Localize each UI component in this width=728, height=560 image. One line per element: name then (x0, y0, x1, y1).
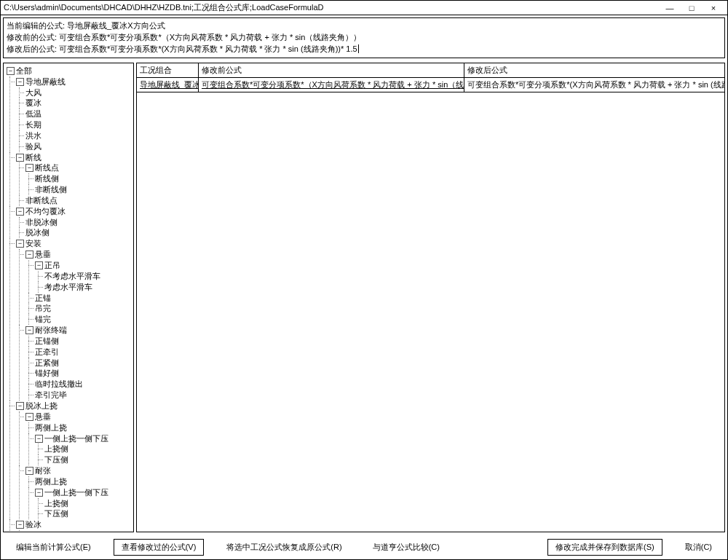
cell-case[interactable]: 导地屏蔽线_覆冰… (137, 77, 199, 92)
tree-leaf-changqi[interactable]: 长期 (25, 119, 132, 130)
window-title: C:\Users\admin\Documents\DHCAD\DHHZ\HZDB… (4, 2, 659, 13)
tree-leaf-fubing[interactable]: 覆冰 (25, 98, 132, 109)
table-row[interactable]: 导地屏蔽线_覆冰… 可变组合系数*可变分项系数*（X方向风荷系数 * 风力荷载 … (137, 77, 725, 92)
after-formula-value: 可变组合系数*可变分项系数*(X方向风荷系数 * 风力荷载 * 张力 * sin… (57, 44, 357, 53)
tree-leaf-zhengqianyin[interactable]: 正牵引 (35, 347, 132, 358)
tree-node-yansuanbjy[interactable]: −验算不均匀覆冰 非脱冰侧 脱冰侧 (25, 530, 132, 532)
tree-leaf-feiduanxiandian[interactable]: 非断线点 (25, 195, 132, 206)
current-formula-value: 导地屏蔽线_覆冰X方向公式 (65, 21, 165, 30)
tree-leaf-duanxiance[interactable]: 断线侧 (35, 173, 132, 184)
tree-leaf-qianyinwanbi[interactable]: 牵引完毕 (35, 390, 132, 401)
tree-node-anzhuang[interactable]: −安装 −悬垂 −正吊 不考虑水平滑车 考虑水平滑车 (16, 238, 132, 401)
tree-leaf-nz-shangnaoce[interactable]: 上挠侧 (44, 498, 132, 509)
tree-root[interactable]: −全部 −导地屏蔽线 大风 覆冰 低温 长期 洪水 验风 (7, 66, 132, 532)
app-window: C:\Users\admin\Documents\DHCAD\DHHZ\HZDB… (0, 0, 728, 560)
tree-toggle-icon[interactable]: − (16, 78, 24, 86)
tree-node-duanxian[interactable]: −断线 −断线点 断线侧 非断线侧 非断线点 (16, 152, 132, 206)
tree-leaf-xiayace[interactable]: 下压侧 (44, 454, 132, 465)
titlebar: C:\Users\admin\Documents\DHCAD\DHHZ\HZDB… (1, 1, 727, 15)
tree-toggle-icon[interactable]: − (16, 154, 24, 162)
window-controls: — □ × (659, 3, 724, 13)
current-formula-label: 当前编辑的公式: (7, 21, 65, 30)
tree-leaf-linshi[interactable]: 临时拉线撤出 (35, 379, 132, 390)
cell-before[interactable]: 可变组合系数*可变分项系数*（X方向风荷系数 * 风力荷载 + 张力 * sin… (199, 77, 464, 92)
tree-leaf-yanfeng[interactable]: 验风 (25, 141, 132, 152)
formula-table[interactable]: 工况组合 修改前公式 修改后公式 导地屏蔽线_覆冰… 可变组合系数*可变分项系数… (136, 63, 725, 92)
tree-leaf-tuobingce[interactable]: 脱冰侧 (25, 227, 132, 238)
button-bar: 编辑当前计算公式(E) 查看修改过的公式(V) 将选中工况公式恢复成原公式(R)… (1, 535, 727, 559)
formula-info-panel: 当前编辑的公式: 导地屏蔽线_覆冰X方向公式 修改前的公式: 可变组合系数*可变… (3, 17, 725, 58)
tree-node-yiceshangnao[interactable]: −一侧上挠一侧下压 上挠侧 下压侧 (35, 433, 132, 466)
tree-leaf-hongshui[interactable]: 洪水 (25, 130, 132, 141)
tree-node-tb-xuanchui[interactable]: −悬垂 两侧上挠 −一侧上挠一侧下压 上挠侧 下压侧 (25, 411, 132, 465)
tree-toggle-icon[interactable]: − (25, 413, 33, 421)
restore-formula-button[interactable]: 将选中工况公式恢复成原公式(R) (218, 539, 349, 556)
tree-toggle-icon[interactable]: − (7, 67, 15, 75)
tree-node-nz-yice[interactable]: −一侧上挠一侧下压 上挠侧 下压侧 (35, 487, 132, 520)
minimize-button[interactable]: — (659, 3, 681, 13)
after-formula-row[interactable]: 修改后的公式: 可变组合系数*可变分项系数*(X方向风荷系数 * 风力荷载 * … (7, 44, 721, 55)
tree-leaf-shangnaoce[interactable]: 上挠侧 (44, 443, 132, 454)
tree-leaf-maowan[interactable]: 锚完 (35, 314, 132, 325)
tree-node-zhengdiao[interactable]: −正吊 不考虑水平滑车 考虑水平滑车 (35, 260, 132, 293)
tree-toggle-icon[interactable]: − (16, 240, 24, 248)
compare-button[interactable]: 与道亨公式比较(C) (365, 539, 448, 556)
tree-toggle-icon[interactable]: − (25, 164, 33, 172)
tree-node-naizhang[interactable]: −耐张终端 正锚侧 正牵引 正紧侧 锚好侧 临时拉线撤出 牵引完毕 (25, 325, 132, 401)
tree-leaf-zhengmaoce[interactable]: 正锚侧 (35, 336, 132, 347)
tree-leaf-kaolv[interactable]: 考虑水平滑车 (44, 282, 132, 293)
tree-toggle-icon[interactable]: − (16, 402, 24, 410)
tree-toggle-icon[interactable]: − (25, 532, 33, 532)
table-empty-area (136, 92, 725, 532)
tree-node-xuanchui[interactable]: −悬垂 −正吊 不考虑水平滑车 考虑水平滑车 正锚 (25, 249, 132, 325)
before-formula-label: 修改前的公式: (7, 33, 57, 42)
close-button[interactable]: × (703, 3, 724, 13)
tree-leaf-feiduanxiance[interactable]: 非断线侧 (35, 184, 132, 195)
tree-leaf-zhengjince[interactable]: 正紧侧 (35, 358, 132, 368)
edit-formula-button[interactable]: 编辑当前计算公式(E) (8, 539, 99, 556)
tree-node-tb-naizhang[interactable]: −耐张 两侧上挠 −一侧上挠一侧下压 上挠侧 下压侧 (25, 465, 132, 519)
tree-node-yanbing[interactable]: −验冰 −验算不均匀覆冰 非脱冰侧 脱冰侧 验算覆冰 验算1 (16, 519, 132, 532)
content-pane: 工况组合 修改前公式 修改后公式 导地屏蔽线_覆冰… 可变组合系数*可变分项系数… (136, 63, 725, 532)
tree-leaf-bukaolv[interactable]: 不考虑水平滑车 (44, 271, 132, 282)
tree-toggle-icon[interactable]: − (25, 251, 33, 259)
col-header-after[interactable]: 修改后公式 (464, 63, 725, 77)
tree-toggle-icon[interactable]: − (16, 208, 24, 216)
table-header-row: 工况组合 修改前公式 修改后公式 (137, 63, 725, 77)
tree-toggle-icon[interactable]: − (35, 261, 43, 269)
tree-pane[interactable]: −全部 −导地屏蔽线 大风 覆冰 低温 长期 洪水 验风 (3, 63, 134, 532)
view-modified-button[interactable]: 查看修改过的公式(V) (114, 539, 205, 556)
tree-leaf-liangceshangnao[interactable]: 两侧上挠 (35, 422, 132, 433)
tree-toggle-icon[interactable]: − (35, 489, 43, 497)
tree-toggle-icon[interactable]: − (25, 467, 33, 475)
col-header-before[interactable]: 修改前公式 (199, 63, 464, 77)
tree-leaf-nz-xiayace[interactable]: 下压侧 (44, 508, 132, 519)
tree-leaf-diwen[interactable]: 低温 (25, 109, 132, 119)
tree-leaf-diaowan[interactable]: 吊完 (35, 303, 132, 314)
tree-toggle-icon[interactable]: − (35, 435, 43, 443)
tree-leaf-nz-liangce[interactable]: 两侧上挠 (35, 476, 132, 487)
save-button[interactable]: 修改完成并保存到数据库(S) (547, 539, 662, 556)
text-cursor (358, 44, 359, 53)
tree-node-duanxiandian[interactable]: −断线点 断线侧 非断线侧 (25, 162, 132, 195)
tree-node-shield-line[interactable]: −导地屏蔽线 大风 覆冰 低温 长期 洪水 验风 (16, 76, 132, 152)
col-header-case[interactable]: 工况组合 (137, 63, 199, 77)
before-formula-row: 修改前的公式: 可变组合系数*可变分项系数*（X方向风荷系数 * 风力荷载 + … (7, 32, 721, 44)
tree-toggle-icon[interactable]: − (25, 326, 33, 334)
tree-leaf-feituobingce[interactable]: 非脱冰侧 (25, 217, 132, 228)
tree-node-bujunyunfubing[interactable]: −不均匀覆冰 非脱冰侧 脱冰侧 (16, 206, 132, 239)
maximize-button[interactable]: □ (681, 3, 703, 13)
main-area: −全部 −导地屏蔽线 大风 覆冰 低温 长期 洪水 验风 (1, 60, 727, 535)
tree-leaf-maohaoce[interactable]: 锚好侧 (35, 368, 132, 379)
tree-node-tuobing[interactable]: −脱冰上挠 −悬垂 两侧上挠 −一侧上挠一侧下压 上挠侧 下压侧 (16, 401, 132, 519)
after-formula-label: 修改后的公式: (7, 44, 57, 53)
tree-leaf-dafeng[interactable]: 大风 (25, 87, 132, 98)
before-formula-value: 可变组合系数*可变分项系数*（X方向风荷系数 * 风力荷载 + 张力 * sin… (57, 33, 361, 42)
tree-leaf-zhengmao[interactable]: 正锚 (35, 293, 132, 304)
tree-toggle-icon[interactable]: − (16, 521, 24, 529)
cancel-button[interactable]: 取消(C) (677, 539, 720, 556)
current-formula-row: 当前编辑的公式: 导地屏蔽线_覆冰X方向公式 (7, 20, 721, 32)
cell-after[interactable]: 可变组合系数*可变分项系数*(X方向风荷系数 * 风力荷载 + 张力 * sin… (464, 77, 725, 92)
